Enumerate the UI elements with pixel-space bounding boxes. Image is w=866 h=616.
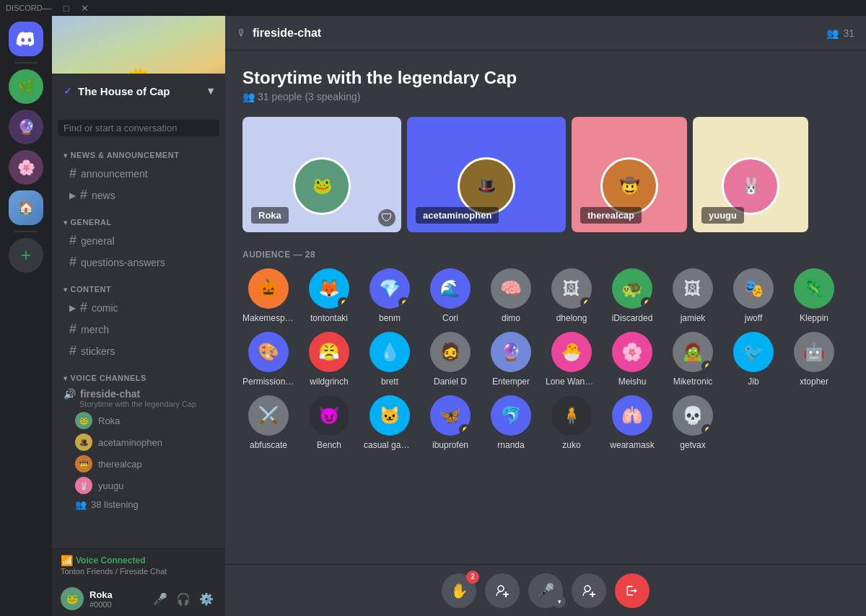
audience-member-permission-man[interactable]: 🎨Permission Man [242, 332, 294, 387]
search-wrapper: Find or start a conversation [52, 114, 225, 139]
voice-user-yuugu[interactable]: 🐰 yuugu [52, 475, 225, 496]
audience-avatar-1: 🦊🔔 [309, 268, 349, 309]
audience-member-daniel-d[interactable]: 🧔Daniel D [424, 332, 476, 387]
category-news[interactable]: ▾ NEWS & ANNOUNCEMENT [52, 139, 225, 162]
voice-avatar-acetaminophen: 🎩 [75, 434, 92, 451]
audience-member-wildgrinch[interactable]: 😤wildgrinch [303, 332, 355, 387]
audience-avatar-18: 🐦 [733, 332, 774, 372]
audience-member-miketronic[interactable]: 🧟🔔Miketronic [667, 332, 719, 387]
audience-name-14: Entemper [485, 377, 537, 387]
mic-button[interactable]: 🎤 ▾ [528, 573, 563, 608]
mute-button[interactable]: 🎤 [150, 589, 170, 609]
audience-avatar-24: 🐬 [491, 395, 531, 436]
audience-member-xtopher[interactable]: 🤖xtopher [788, 332, 840, 387]
speaker-card-roka[interactable]: 🐸 Roka 🛡 [242, 117, 401, 232]
audience-member-cori[interactable]: 🌊Cori [424, 268, 476, 323]
close-button[interactable]: ✕ [81, 3, 89, 14]
audience-name-26: wearamask [606, 440, 658, 450]
audience-member-tontontaki[interactable]: 🦊🔔tontontaki [303, 268, 355, 323]
category-general[interactable]: ▾ GENERAL [52, 206, 225, 229]
audience-avatar-11: 😤 [309, 332, 349, 372]
voice-username-yuugu: yuugu [98, 480, 123, 491]
speaker-name-acetaminophen: acetaminophen [416, 207, 499, 224]
audience-member-dhelong[interactable]: 🖼🔔dhelong [546, 268, 598, 323]
audience-member-kleppin[interactable]: 🦎Kleppin [788, 268, 840, 323]
speaker-card-therealcap[interactable]: 🤠 therealcap [572, 117, 687, 232]
server-icon-add[interactable]: + [9, 238, 43, 273]
speaker-card-acetaminophen[interactable]: 🎩 acetaminophen [407, 117, 566, 232]
channel-news[interactable]: ▶ # news [58, 185, 219, 206]
audience-member-wearamask[interactable]: 🫁wearamask [606, 395, 658, 450]
server-banner[interactable]: 🌻 ✓ The House of Cap ▾ [52, 16, 225, 108]
audience-name-19: xtopher [788, 377, 840, 387]
server-icon-1[interactable]: 🌿 [9, 69, 43, 104]
audience-member-lone-wanderer[interactable]: 🐣Lone Wanderer [546, 332, 598, 387]
audience-member-jwoff[interactable]: 🎭jwoff [727, 268, 779, 323]
audience-member-jamiek[interactable]: 🖼jamiek [667, 268, 719, 323]
audience-member-brett[interactable]: 💧brett [364, 332, 416, 387]
server-dropdown-arrow[interactable]: ▾ [208, 84, 214, 97]
audience-avatar-21: 😈 [309, 395, 349, 436]
stage-meta-icon: 👥 [242, 91, 255, 102]
audience-avatar-3: 🌊 [430, 268, 471, 309]
raise-hand-button[interactable]: ✋ 2 [442, 573, 476, 608]
invite-button[interactable] [485, 573, 520, 608]
channel-merch[interactable]: # merch [58, 319, 219, 340]
voice-username-therealcap: therealcap [98, 459, 142, 470]
channel-stickers[interactable]: # stickers [58, 340, 219, 361]
stage-icon: 🎙 [237, 27, 247, 39]
voice-username-roka: Roka [98, 415, 120, 426]
speaker-card-yuugu[interactable]: 🐰 yuugu [693, 117, 808, 232]
audience-member-abfuscate[interactable]: ⚔️abfuscate [242, 395, 294, 450]
deafen-button[interactable]: 🎧 [173, 589, 193, 609]
audience-avatar-17: 🧟🔔 [673, 332, 713, 372]
audience-member-idiscarded[interactable]: 🐢🔔iDiscarded [606, 268, 658, 323]
audience-avatar-0: 🎃 [248, 268, 289, 309]
maximize-button[interactable]: □ [64, 3, 69, 14]
channel-general[interactable]: # general [58, 230, 219, 251]
voice-channel-fireside[interactable]: 🔊 fireside-chat Storytime with the legen… [52, 385, 225, 410]
server-icon-2[interactable]: 🔮 [9, 110, 43, 144]
audience-member-makemespeakrr[interactable]: 🎃Makemespeakrr [242, 268, 294, 323]
hash-icon-2: # [80, 188, 87, 203]
settings-button[interactable]: ⚙️ [196, 589, 216, 609]
audience-avatar-7: 🖼 [673, 268, 713, 309]
audience-avatar-8: 🎭 [733, 268, 774, 309]
voice-connected-label: 📶 Voice Connected [61, 555, 216, 566]
audience-member-casual-gamer[interactable]: 🐱casual gamer [364, 395, 416, 450]
channel-comic[interactable]: ▶ # comic [58, 297, 219, 318]
audience-member-benm[interactable]: 💎🔔benm [364, 268, 416, 323]
audience-member-rnanda[interactable]: 🐬rnanda [485, 395, 537, 450]
voice-user-roka[interactable]: 🐸 Roka [52, 410, 225, 431]
audience-member-entemper[interactable]: 🔮Entemper [485, 332, 537, 387]
category-content[interactable]: ▾ CONTENT [52, 273, 225, 296]
category-arrow-news: ▾ [64, 151, 68, 159]
audience-name-5: dhelong [546, 313, 598, 323]
audience-member-jib[interactable]: 🐦Jib [727, 332, 779, 387]
channel-announcement[interactable]: # announcement [58, 163, 219, 184]
add-person-button[interactable] [572, 573, 606, 608]
listening-label: 38 listening [91, 499, 139, 510]
server-icon-current[interactable]: 🏠 [9, 190, 43, 225]
server-icon-3[interactable]: 🌸 [9, 150, 43, 185]
audience-member-meishu[interactable]: 🌸Meishu [606, 332, 658, 387]
audience-member-ibuprofen[interactable]: 🦋🔔ibuprofen [424, 395, 476, 450]
audience-member-dimo[interactable]: 🧠dimo [485, 268, 537, 323]
audience-badge-2: 🔔 [398, 297, 410, 309]
audience-member-bench[interactable]: 😈Bench [303, 395, 355, 450]
channel-search[interactable]: Find or start a conversation [58, 120, 219, 136]
speakers-row: 🐸 Roka 🛡 🎩 acetaminophen 🤠 [242, 117, 849, 232]
voice-user-therealcap[interactable]: 🤠 therealcap [52, 453, 225, 475]
category-voice[interactable]: ▾ VOICE CHANNELS [52, 362, 225, 385]
minimize-button[interactable]: — [43, 3, 52, 14]
channel-qa[interactable]: # questions-answers [58, 252, 219, 273]
audience-member-zuko[interactable]: 🧍zuko [546, 395, 598, 450]
server-icon-home[interactable] [9, 22, 43, 56]
audience-member-getvax[interactable]: 💀🔔getvax [667, 395, 719, 450]
shield-icon-roka: 🛡 [378, 209, 395, 226]
audience-avatar-14: 🔮 [491, 332, 531, 372]
channel-name-comic: comic [92, 302, 118, 314]
voice-user-acetaminophen[interactable]: 🎩 acetaminophen [52, 431, 225, 453]
audience-avatar-9: 🦎 [794, 268, 834, 309]
leave-stage-button[interactable] [615, 573, 650, 608]
